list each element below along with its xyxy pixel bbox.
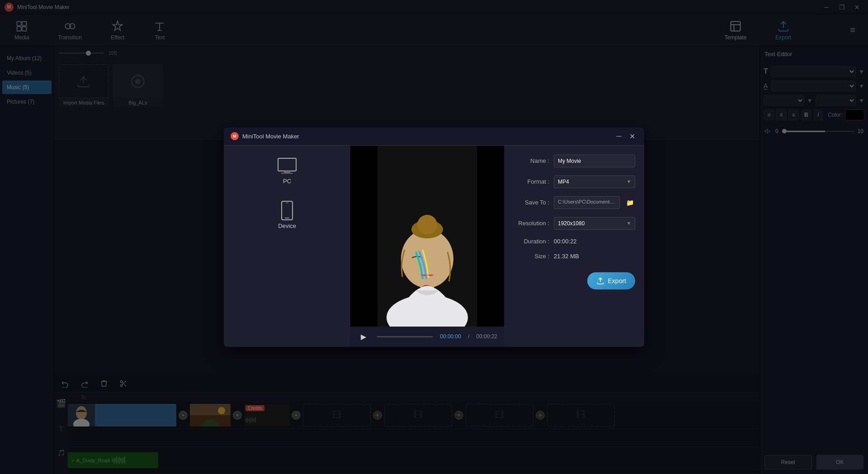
duration-value: 00:00:22 [554, 238, 577, 245]
dialog-header-left: M MiniTool Movie Maker [231, 132, 299, 140]
format-row: Format : MP4 ▼ [513, 175, 635, 188]
portrait-svg [350, 146, 504, 327]
dialog-title: MiniTool Movie Maker [242, 133, 299, 140]
export-button-label: Export [608, 277, 626, 284]
export-dialog: M MiniTool Movie Maker ─ ✕ [224, 128, 644, 347]
dialog-header: M MiniTool Movie Maker ─ ✕ [224, 128, 644, 146]
format-select[interactable]: MP4 ▼ [554, 175, 635, 188]
chevron-down-icon-format: ▼ [627, 179, 631, 184]
device-label: Device [278, 223, 296, 229]
chevron-down-icon-res: ▼ [627, 221, 631, 226]
save-to-row: Save To : C:\Users\PC\Documents\MiniTool… [513, 196, 635, 209]
pc-label: PC [283, 178, 291, 185]
svg-rect-28 [282, 201, 292, 220]
dialog-platform-panel: PC Device [224, 146, 350, 347]
svg-rect-25 [278, 158, 296, 171]
dialog-content: PC Device [224, 146, 644, 347]
dialog-logo: M [231, 132, 239, 140]
time-separator: / [468, 333, 469, 340]
dialog-export-form: Name : Format : MP4 ▼ Save To : C:\Users… [504, 146, 644, 347]
pc-icon [276, 157, 298, 175]
dialog-window-controls: ─ ✕ [613, 131, 637, 142]
size-label: Size : [513, 253, 549, 260]
duration-label: Duration : [513, 238, 549, 245]
resolution-label: Resolution : [513, 220, 549, 227]
svg-rect-32 [350, 146, 377, 327]
name-field-label: Name : [513, 157, 549, 164]
resolution-select[interactable]: 1920x1080 ▼ [554, 217, 635, 230]
svg-rect-30 [286, 203, 288, 203]
dialog-playback-controls: ▶ 00:00:00 / 00:00:22 [350, 327, 504, 347]
duration-row: Duration : 00:00:22 [513, 238, 635, 245]
platform-device-button[interactable]: Device [228, 195, 346, 236]
total-time: 00:00:22 [476, 333, 497, 340]
dialog-close-button[interactable]: ✕ [627, 131, 637, 142]
save-to-label: Save To : [513, 199, 549, 206]
size-row: Size : 21.32 MB [513, 253, 635, 260]
dialog-video-frame [350, 146, 504, 327]
dialog-video-area [350, 146, 504, 327]
svg-point-38 [417, 215, 437, 235]
dialog-minimize-button[interactable]: ─ [613, 131, 624, 142]
browse-folder-button[interactable]: 📁 [624, 197, 635, 208]
dialog-preview-panel: ▶ 00:00:00 / 00:00:22 [350, 146, 504, 347]
svg-rect-29 [285, 218, 289, 218]
save-path-display: C:\Users\PC\Documents\MiniTool Movie M [554, 196, 620, 209]
play-button[interactable]: ▶ [357, 330, 370, 343]
resolution-value: 1920x1080 [558, 220, 585, 227]
name-row: Name : [513, 155, 635, 167]
dialog-overlay: M MiniTool Movie Maker ─ ✕ [0, 0, 868, 474]
svg-rect-33 [477, 146, 504, 327]
name-input[interactable] [554, 155, 635, 167]
progress-bar[interactable] [377, 336, 433, 337]
resolution-row: Resolution : 1920x1080 ▼ [513, 217, 635, 230]
svg-rect-27 [281, 173, 293, 174]
export-button[interactable]: Export [587, 272, 635, 289]
current-time: 00:00:00 [440, 333, 461, 340]
device-icon [276, 202, 298, 220]
platform-pc-button[interactable]: PC [228, 150, 346, 191]
format-value: MP4 [558, 179, 569, 185]
format-field-label: Format : [513, 178, 549, 185]
size-value: 21.32 MB [554, 253, 579, 260]
svg-rect-26 [284, 171, 290, 173]
